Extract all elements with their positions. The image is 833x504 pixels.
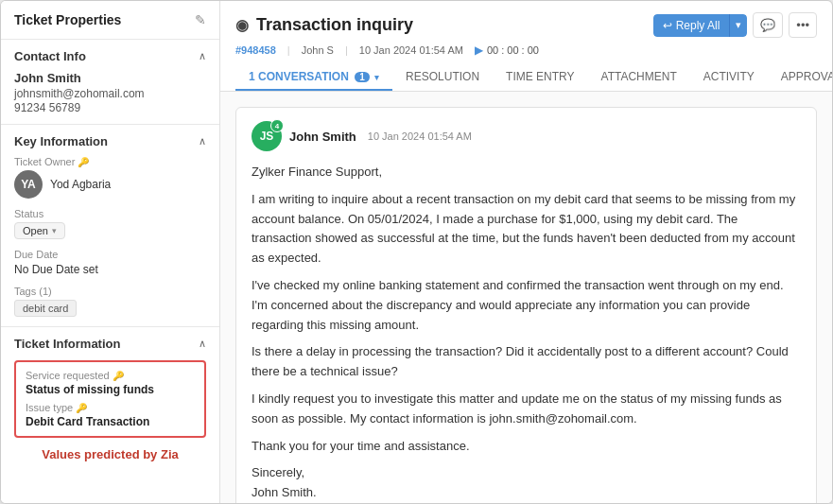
tab-time-entry[interactable]: TIME ENTRY bbox=[493, 64, 587, 91]
ticket-information-section: Ticket Information ∧ Service requested 🔑… bbox=[1, 327, 219, 475]
reply-all-label: ↩ Reply All bbox=[663, 19, 720, 32]
contact-name: John Smith bbox=[14, 71, 206, 85]
ticket-information-header: Ticket Information ∧ bbox=[14, 337, 206, 351]
reply-all-group: ↩ Reply All ▾ bbox=[653, 14, 747, 37]
key-information-header: Key Information ∧ bbox=[14, 134, 206, 148]
key-info-chevron[interactable]: ∧ bbox=[199, 135, 206, 148]
reply-all-button[interactable]: ↩ Reply All bbox=[653, 14, 729, 37]
timer-row: ▶ 00 : 00 : 00 bbox=[475, 43, 539, 57]
tab-conversation[interactable]: 1 CONVERSATION 1 ▾ bbox=[235, 64, 392, 91]
message-line-3: Is there a delay in processing the trans… bbox=[252, 342, 801, 382]
header-actions: ↩ Reply All ▾ 💬 ••• bbox=[653, 12, 817, 38]
chat-icon-button[interactable]: 💬 bbox=[753, 12, 783, 38]
tabs-bar: 1 CONVERSATION 1 ▾ RESOLUTION TIME ENTRY… bbox=[235, 64, 817, 91]
contact-info-section: Contact Info ∧ John Smith johnsmith@zoho… bbox=[1, 40, 219, 125]
owner-avatar: YA bbox=[14, 170, 43, 199]
ticket-id: #948458 bbox=[235, 44, 276, 56]
zia-predicted-label: Values predicted by Zia bbox=[14, 443, 206, 465]
message-line-2: I've checked my online banking statement… bbox=[252, 276, 801, 335]
ticket-title-icon: ◉ bbox=[235, 16, 249, 34]
ticket-information-title: Ticket Information bbox=[14, 337, 120, 351]
service-requested-value: Status of missing funds bbox=[26, 383, 195, 396]
message-avatar: JS 4 bbox=[252, 121, 282, 151]
issue-type-label: Issue type 🔑 bbox=[26, 402, 195, 413]
contact-info-header: Contact Info ∧ bbox=[14, 49, 206, 63]
main-content: ◉ Transaction inquiry ↩ Reply All ▾ 💬 ••… bbox=[220, 1, 832, 503]
status-value: Open bbox=[23, 225, 48, 236]
message-body: Zylker Finance Support, I am writing to … bbox=[252, 163, 801, 503]
play-icon[interactable]: ▶ bbox=[475, 43, 483, 57]
tab-activity[interactable]: ACTIVITY bbox=[690, 64, 768, 91]
app-window: Ticket Properties ✎ Contact Info ∧ John … bbox=[0, 0, 833, 504]
contact-phone: 91234 56789 bbox=[14, 101, 206, 114]
contact-email: johnsmith@zohomail.com bbox=[14, 87, 206, 100]
tab-approval[interactable]: APPROVAL bbox=[768, 64, 832, 91]
due-date-label: Due Date bbox=[14, 249, 206, 260]
status-label: Status bbox=[14, 208, 206, 219]
contact-info-title: Contact Info bbox=[14, 49, 86, 63]
ticket-meta: #948458 | John S | 10 Jan 2024 01:54 AM … bbox=[235, 43, 817, 57]
service-key-icon: 🔑 bbox=[113, 371, 124, 381]
header-top: ◉ Transaction inquiry ↩ Reply All ▾ 💬 ••… bbox=[235, 12, 817, 38]
ticket-properties-header: Ticket Properties ✎ bbox=[1, 1, 219, 40]
avatar-badge: 4 bbox=[270, 119, 284, 132]
conversation-body: JS 4 John Smith 10 Jan 2024 01:54 AM Zyl… bbox=[220, 92, 832, 503]
timer-value: 00 : 00 : 00 bbox=[487, 44, 539, 56]
reply-dropdown-button[interactable]: ▾ bbox=[729, 14, 747, 37]
due-date-value: No Due Date set bbox=[14, 263, 206, 276]
message-line-4: I kindly request you to investigate this… bbox=[252, 390, 801, 429]
message-greeting: Zylker Finance Support, bbox=[252, 163, 801, 182]
message-date: 10 Jan 2024 01:54 AM bbox=[368, 130, 472, 142]
message-header: JS 4 John Smith 10 Jan 2024 01:54 AM bbox=[252, 121, 801, 151]
issue-type-field: Issue type 🔑 Debit Card Transaction bbox=[26, 402, 195, 428]
message-sign-off: Sincerely,John Smith. bbox=[252, 463, 801, 503]
issue-key-icon: 🔑 bbox=[76, 403, 87, 413]
owner-label: Ticket Owner 🔑 bbox=[14, 156, 206, 167]
more-options-button[interactable]: ••• bbox=[789, 12, 817, 38]
issue-type-value: Debit Card Transaction bbox=[26, 415, 195, 428]
conversation-count: 1 bbox=[355, 72, 370, 82]
message-card: JS 4 John Smith 10 Jan 2024 01:54 AM Zyl… bbox=[235, 107, 817, 503]
tab-resolution[interactable]: RESOLUTION bbox=[392, 64, 493, 91]
tab-attachment[interactable]: ATTACHMENT bbox=[588, 64, 690, 91]
tags-label: Tags (1) bbox=[14, 286, 206, 297]
ticket-owner-row: YA Yod Agbaria bbox=[14, 170, 206, 199]
ticket-properties-title: Ticket Properties bbox=[14, 12, 121, 27]
zia-predicted-box: Service requested 🔑 Status of missing fu… bbox=[14, 360, 206, 438]
ticket-title: ◉ Transaction inquiry bbox=[235, 15, 413, 35]
status-badge[interactable]: Open ▾ bbox=[14, 222, 65, 239]
edit-icon[interactable]: ✎ bbox=[195, 12, 206, 27]
ticket-info-chevron[interactable]: ∧ bbox=[199, 338, 206, 350]
tag-debit-card[interactable]: debit card bbox=[14, 300, 77, 317]
key-information-title: Key Information bbox=[14, 134, 108, 148]
service-requested-label: Service requested 🔑 bbox=[26, 370, 195, 381]
main-header: ◉ Transaction inquiry ↩ Reply All ▾ 💬 ••… bbox=[220, 1, 832, 92]
owner-key-icon: 🔑 bbox=[78, 157, 89, 167]
ticket-agent: John S bbox=[302, 44, 334, 56]
status-dropdown-icon: ▾ bbox=[52, 226, 57, 235]
service-requested-field: Service requested 🔑 Status of missing fu… bbox=[26, 370, 195, 396]
contact-info-chevron[interactable]: ∧ bbox=[199, 50, 206, 62]
message-sender-name: John Smith bbox=[289, 130, 356, 144]
key-information-section: Key Information ∧ Ticket Owner 🔑 YA Yod … bbox=[1, 125, 219, 327]
message-line-5: Thank you for your time and assistance. bbox=[252, 437, 801, 457]
sidebar: Ticket Properties ✎ Contact Info ∧ John … bbox=[1, 1, 220, 503]
message-line-1: I am writing to inquire about a recent t… bbox=[252, 190, 801, 269]
ticket-date: 10 Jan 2024 01:54 AM bbox=[359, 44, 463, 56]
ticket-title-text: Transaction inquiry bbox=[256, 15, 413, 35]
owner-name: Yod Agbaria bbox=[50, 178, 111, 191]
